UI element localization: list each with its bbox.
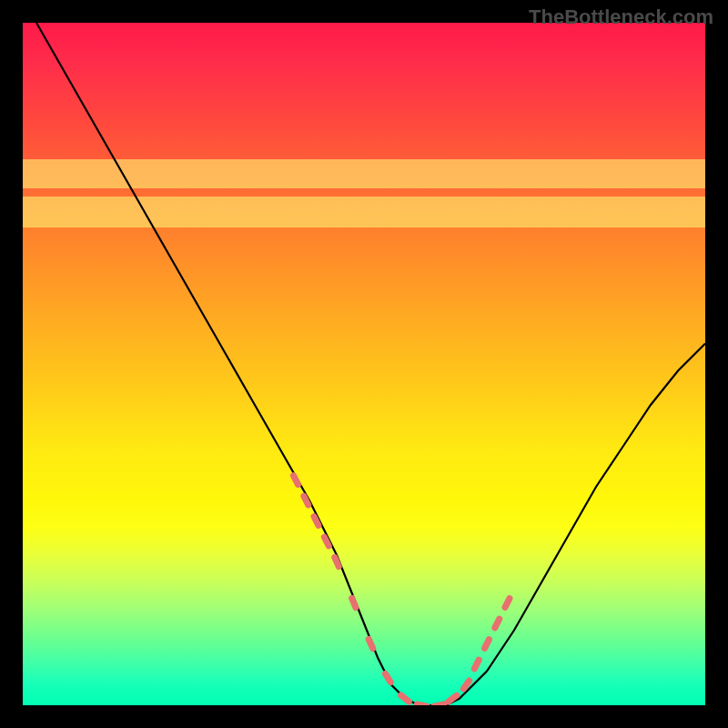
highlight-dot — [299, 491, 312, 509]
bottleneck-curve — [36, 23, 705, 705]
highlight-dot — [480, 635, 493, 652]
highlight-dot — [365, 635, 378, 652]
highlight-dot — [289, 471, 302, 489]
highlight-dot — [381, 670, 395, 687]
highlight-dot — [397, 691, 413, 705]
highlight-dot — [490, 614, 503, 632]
chart-svg — [23, 23, 705, 705]
highlight-dot — [413, 701, 430, 705]
highlight-dot — [430, 701, 448, 705]
highlight-dot — [309, 512, 322, 530]
highlight-dot — [348, 594, 359, 612]
watermark-text: TheBottleneck.com — [529, 5, 713, 29]
highlight-dot — [500, 594, 513, 612]
highlight-dot — [330, 553, 343, 571]
highlight-dot — [320, 532, 333, 550]
highlight-dot — [470, 655, 483, 672]
chart-plot-area — [23, 23, 705, 705]
